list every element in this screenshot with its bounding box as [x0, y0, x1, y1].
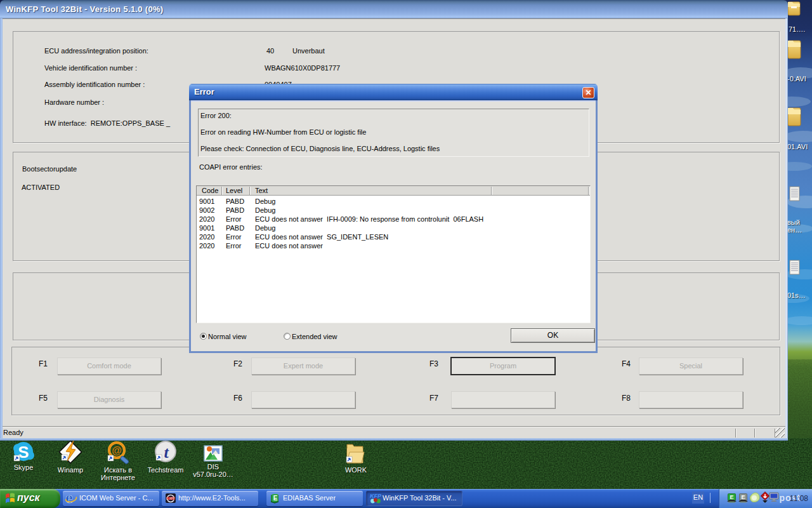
svg-text:@: @	[112, 445, 122, 456]
svg-text:E: E	[741, 494, 745, 500]
svg-text:e: e	[65, 489, 73, 507]
svg-text:E-XFF: E-XFF	[166, 497, 174, 500]
svg-text:E: E	[730, 494, 733, 500]
svg-text:t: t	[164, 443, 169, 462]
svg-text:E: E	[273, 495, 278, 502]
